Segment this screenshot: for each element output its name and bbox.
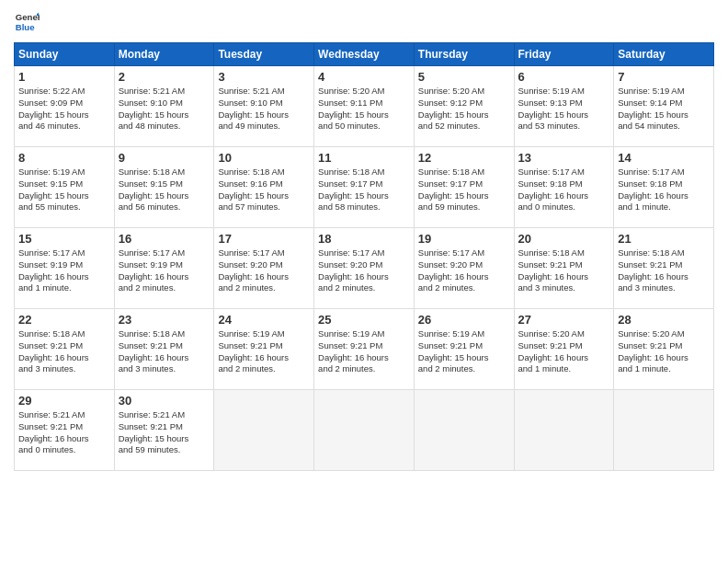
calendar-cell: 22Sunrise: 5:18 AM Sunset: 9:21 PM Dayli…	[15, 309, 115, 390]
calendar-cell: 16Sunrise: 5:17 AM Sunset: 9:19 PM Dayli…	[114, 228, 214, 309]
day-info: Sunrise: 5:19 AM Sunset: 9:21 PM Dayligh…	[318, 328, 410, 375]
day-info: Sunrise: 5:21 AM Sunset: 9:10 PM Dayligh…	[218, 86, 310, 132]
calendar-cell: 14Sunrise: 5:17 AM Sunset: 9:18 PM Dayli…	[614, 147, 714, 228]
calendar-cell	[314, 390, 415, 471]
calendar-cell: 25Sunrise: 5:19 AM Sunset: 9:21 PM Dayli…	[314, 309, 415, 390]
day-info: Sunrise: 5:21 AM Sunset: 9:21 PM Dayligh…	[18, 409, 110, 456]
day-info: Sunrise: 5:17 AM Sunset: 9:20 PM Dayligh…	[418, 247, 510, 294]
day-number: 20	[518, 232, 610, 246]
day-info: Sunrise: 5:18 AM Sunset: 9:17 PM Dayligh…	[418, 167, 510, 213]
day-info: Sunrise: 5:17 AM Sunset: 9:18 PM Dayligh…	[618, 167, 710, 213]
calendar-cell	[614, 390, 714, 471]
day-info: Sunrise: 5:17 AM Sunset: 9:19 PM Dayligh…	[119, 247, 210, 294]
calendar-cell	[514, 390, 614, 471]
calendar-row-1: 1Sunrise: 5:22 AM Sunset: 9:09 PM Daylig…	[15, 66, 714, 147]
day-number: 28	[618, 313, 710, 327]
day-info: Sunrise: 5:18 AM Sunset: 9:15 PM Dayligh…	[119, 167, 210, 213]
day-info: Sunrise: 5:19 AM Sunset: 9:21 PM Dayligh…	[418, 328, 510, 375]
calendar-cell: 8Sunrise: 5:19 AM Sunset: 9:15 PM Daylig…	[15, 147, 115, 228]
day-info: Sunrise: 5:17 AM Sunset: 9:19 PM Dayligh…	[18, 247, 110, 294]
column-headers: SundayMondayTuesdayWednesdayThursdayFrid…	[15, 43, 714, 66]
day-number: 14	[618, 151, 710, 165]
calendar-cell: 12Sunrise: 5:18 AM Sunset: 9:17 PM Dayli…	[414, 147, 514, 228]
day-info: Sunrise: 5:17 AM Sunset: 9:18 PM Dayligh…	[518, 167, 610, 213]
day-info: Sunrise: 5:21 AM Sunset: 9:10 PM Dayligh…	[119, 86, 210, 132]
calendar-row-3: 15Sunrise: 5:17 AM Sunset: 9:19 PM Dayli…	[15, 228, 714, 309]
day-info: Sunrise: 5:18 AM Sunset: 9:16 PM Dayligh…	[218, 167, 310, 213]
day-info: Sunrise: 5:18 AM Sunset: 9:17 PM Dayligh…	[318, 167, 410, 213]
day-info: Sunrise: 5:19 AM Sunset: 9:14 PM Dayligh…	[618, 86, 710, 132]
calendar-cell: 19Sunrise: 5:17 AM Sunset: 9:20 PM Dayli…	[414, 228, 514, 309]
calendar-cell: 18Sunrise: 5:17 AM Sunset: 9:20 PM Dayli…	[314, 228, 415, 309]
calendar-cell: 7Sunrise: 5:19 AM Sunset: 9:14 PM Daylig…	[614, 66, 714, 147]
day-info: Sunrise: 5:21 AM Sunset: 9:21 PM Dayligh…	[119, 409, 210, 456]
calendar-body: 1Sunrise: 5:22 AM Sunset: 9:09 PM Daylig…	[15, 66, 714, 471]
day-number: 26	[418, 313, 510, 327]
day-number: 30	[119, 394, 210, 408]
day-info: Sunrise: 5:17 AM Sunset: 9:20 PM Dayligh…	[218, 247, 310, 294]
day-info: Sunrise: 5:19 AM Sunset: 9:21 PM Dayligh…	[218, 328, 310, 375]
day-info: Sunrise: 5:20 AM Sunset: 9:11 PM Dayligh…	[318, 86, 410, 132]
calendar-cell	[214, 390, 314, 471]
col-header-monday: Monday	[114, 43, 214, 66]
day-info: Sunrise: 5:20 AM Sunset: 9:21 PM Dayligh…	[518, 328, 610, 375]
col-header-saturday: Saturday	[614, 43, 714, 66]
day-number: 5	[418, 70, 510, 84]
calendar-cell: 1Sunrise: 5:22 AM Sunset: 9:09 PM Daylig…	[15, 66, 115, 147]
day-number: 10	[218, 151, 310, 165]
calendar-cell: 5Sunrise: 5:20 AM Sunset: 9:12 PM Daylig…	[414, 66, 514, 147]
day-number: 6	[518, 70, 610, 84]
svg-text:Blue: Blue	[16, 22, 35, 32]
calendar-cell: 6Sunrise: 5:19 AM Sunset: 9:13 PM Daylig…	[514, 66, 614, 147]
day-number: 23	[119, 313, 210, 327]
col-header-thursday: Thursday	[414, 43, 514, 66]
calendar-cell: 23Sunrise: 5:18 AM Sunset: 9:21 PM Dayli…	[114, 309, 214, 390]
svg-text:General: General	[16, 12, 40, 22]
day-number: 11	[318, 151, 410, 165]
day-number: 15	[18, 232, 110, 246]
calendar-cell: 17Sunrise: 5:17 AM Sunset: 9:20 PM Dayli…	[214, 228, 314, 309]
col-header-tuesday: Tuesday	[214, 43, 314, 66]
calendar-cell: 13Sunrise: 5:17 AM Sunset: 9:18 PM Dayli…	[514, 147, 614, 228]
day-info: Sunrise: 5:19 AM Sunset: 9:15 PM Dayligh…	[18, 167, 110, 213]
day-info: Sunrise: 5:20 AM Sunset: 9:12 PM Dayligh…	[418, 86, 510, 132]
calendar-cell: 11Sunrise: 5:18 AM Sunset: 9:17 PM Dayli…	[314, 147, 415, 228]
calendar-cell: 26Sunrise: 5:19 AM Sunset: 9:21 PM Dayli…	[414, 309, 514, 390]
day-number: 21	[618, 232, 710, 246]
calendar-cell: 24Sunrise: 5:19 AM Sunset: 9:21 PM Dayli…	[214, 309, 314, 390]
day-number: 29	[18, 394, 110, 408]
day-number: 22	[18, 313, 110, 327]
day-number: 27	[518, 313, 610, 327]
day-number: 12	[418, 151, 510, 165]
calendar-cell: 3Sunrise: 5:21 AM Sunset: 9:10 PM Daylig…	[214, 66, 314, 147]
calendar-row-2: 8Sunrise: 5:19 AM Sunset: 9:15 PM Daylig…	[15, 147, 714, 228]
day-info: Sunrise: 5:19 AM Sunset: 9:13 PM Dayligh…	[518, 86, 610, 132]
calendar-cell	[414, 390, 514, 471]
col-header-friday: Friday	[514, 43, 614, 66]
calendar-row-4: 22Sunrise: 5:18 AM Sunset: 9:21 PM Dayli…	[15, 309, 714, 390]
day-number: 2	[119, 70, 210, 84]
day-number: 17	[218, 232, 310, 246]
calendar-cell: 21Sunrise: 5:18 AM Sunset: 9:21 PM Dayli…	[614, 228, 714, 309]
calendar-cell: 2Sunrise: 5:21 AM Sunset: 9:10 PM Daylig…	[114, 66, 214, 147]
col-header-sunday: Sunday	[15, 43, 115, 66]
day-number: 24	[218, 313, 310, 327]
calendar-cell: 10Sunrise: 5:18 AM Sunset: 9:16 PM Dayli…	[214, 147, 314, 228]
calendar-cell: 29Sunrise: 5:21 AM Sunset: 9:21 PM Dayli…	[15, 390, 115, 471]
day-info: Sunrise: 5:17 AM Sunset: 9:20 PM Dayligh…	[318, 247, 410, 294]
day-info: Sunrise: 5:18 AM Sunset: 9:21 PM Dayligh…	[119, 328, 210, 375]
day-number: 13	[518, 151, 610, 165]
day-number: 16	[119, 232, 210, 246]
calendar-cell: 30Sunrise: 5:21 AM Sunset: 9:21 PM Dayli…	[114, 390, 214, 471]
logo: General Blue	[14, 9, 40, 35]
calendar-cell: 20Sunrise: 5:18 AM Sunset: 9:21 PM Dayli…	[514, 228, 614, 309]
day-number: 3	[218, 70, 310, 84]
calendar-cell: 27Sunrise: 5:20 AM Sunset: 9:21 PM Dayli…	[514, 309, 614, 390]
day-number: 1	[18, 70, 110, 84]
day-number: 18	[318, 232, 410, 246]
col-header-wednesday: Wednesday	[314, 43, 415, 66]
logo-icon: General Blue	[14, 9, 40, 35]
calendar-cell: 9Sunrise: 5:18 AM Sunset: 9:15 PM Daylig…	[114, 147, 214, 228]
calendar-row-5: 29Sunrise: 5:21 AM Sunset: 9:21 PM Dayli…	[15, 390, 714, 471]
day-info: Sunrise: 5:18 AM Sunset: 9:21 PM Dayligh…	[518, 247, 610, 294]
